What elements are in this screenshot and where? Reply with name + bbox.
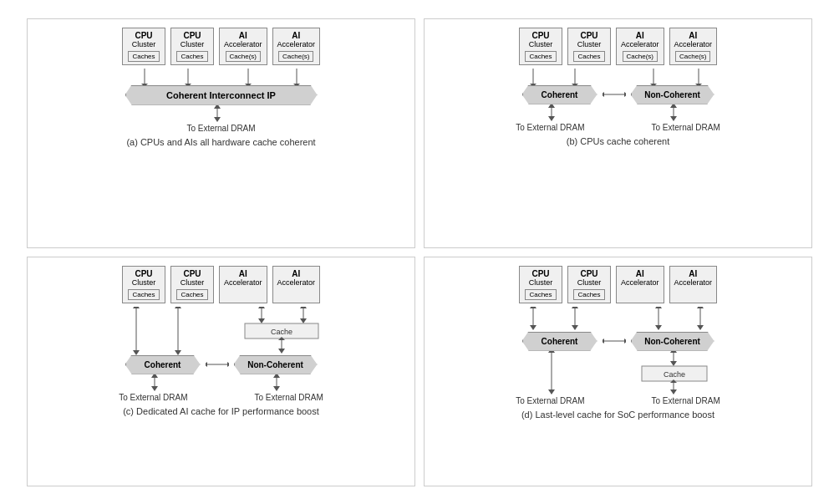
arrows-llc-d: Cache xyxy=(510,351,727,396)
horiz-arrow-d xyxy=(603,335,626,347)
coherent-banner-c: Coherent xyxy=(125,355,201,374)
dram-c-2: To External DRAM xyxy=(255,393,323,402)
cluster-ai1-d-subtitle: Accelerator xyxy=(621,278,659,287)
cluster-cpu1-d-cache: Caches xyxy=(525,289,556,300)
svg-marker-79 xyxy=(548,351,555,353)
clusters-row-c: CPU Cluster Caches CPU Cluster Caches AI… xyxy=(122,266,320,303)
cluster-cpu1-c: CPU Cluster Caches xyxy=(122,266,165,303)
cluster-ai2-a-subtitle: Accelerator xyxy=(277,40,316,48)
cluster-ai2-d: AI Accelerator xyxy=(669,266,718,303)
cluster-cpu2-c: CPU Cluster Caches xyxy=(170,266,214,303)
svg-text:Cache: Cache xyxy=(663,370,684,379)
cluster-ai1-b-cache: Cache(s) xyxy=(623,51,658,62)
cluster-cpu1-a: CPU Cluster Caches xyxy=(122,28,165,65)
banner-a: Coherent Interconnect IP xyxy=(125,85,318,105)
cluster-cpu2-a-title: CPU xyxy=(175,31,209,40)
caption-d: (d) Last-level cache for SoC performance… xyxy=(521,410,714,420)
svg-marker-34 xyxy=(670,116,677,121)
svg-marker-86 xyxy=(670,389,677,395)
coherent-banner-b: Coherent xyxy=(522,85,597,104)
svg-marker-47 xyxy=(300,307,307,308)
cluster-ai2-b-title: AI xyxy=(674,31,713,40)
svg-marker-35 xyxy=(670,104,677,108)
cluster-cpu1-c-title: CPU xyxy=(127,269,160,278)
cluster-ai2-b-cache: Cache(s) xyxy=(675,51,710,62)
svg-marker-75 xyxy=(603,339,604,344)
cluster-cpu2-d-title: CPU xyxy=(572,269,606,278)
cluster-cpu2-a: CPU Cluster Caches xyxy=(170,28,214,65)
svg-marker-61 xyxy=(273,374,280,378)
cluster-ai1-b: AI Accelerator Cache(s) xyxy=(616,28,664,65)
cluster-ai2-d-subtitle: Accelerator xyxy=(674,278,713,287)
cluster-cpu1-b: CPU Cluster Caches xyxy=(519,28,562,65)
noncoherent-banner-d: Non-Coherent xyxy=(631,332,714,351)
svg-marker-57 xyxy=(151,386,158,391)
cluster-ai2-b: AI Accelerator Cache(s) xyxy=(669,28,718,65)
svg-marker-38 xyxy=(133,307,140,308)
main-container: CPU Cluster Caches CPU Cluster Caches AI… xyxy=(18,10,821,495)
svg-marker-32 xyxy=(548,104,555,108)
arrows-d xyxy=(510,307,727,332)
dram-d-1: To External DRAM xyxy=(516,396,584,405)
dram-c-1: To External DRAM xyxy=(119,393,187,402)
svg-marker-43 xyxy=(258,318,265,323)
cluster-ai2-c-subtitle: Accelerator xyxy=(277,278,316,287)
cluster-cpu1-d-subtitle: Cluster xyxy=(524,278,557,287)
cluster-ai1-a-subtitle: Accelerator xyxy=(224,40,262,48)
svg-marker-41 xyxy=(175,307,181,308)
svg-marker-46 xyxy=(300,318,307,323)
svg-marker-78 xyxy=(548,389,555,395)
caption-a: (a) CPUs and AIs all hardware cache cohe… xyxy=(126,137,315,147)
cluster-ai1-c-subtitle: Accelerator xyxy=(224,278,262,287)
svg-marker-66 xyxy=(572,325,578,330)
banners-b: Coherent Non-Coherent xyxy=(522,85,714,104)
cluster-ai1-a-title: AI xyxy=(224,31,262,40)
cluster-cpu2-c-subtitle: Cluster xyxy=(175,278,209,287)
svg-marker-60 xyxy=(273,386,280,391)
svg-marker-28 xyxy=(603,92,604,97)
svg-marker-44 xyxy=(258,307,265,308)
diagram-a: CPU Cluster Caches CPU Cluster Caches AI… xyxy=(27,18,415,248)
svg-marker-54 xyxy=(206,362,207,367)
cluster-ai2-a-cache: Cache(s) xyxy=(278,51,313,62)
banner-a-wrapper: Coherent Interconnect IP xyxy=(125,85,318,105)
cluster-cpu2-d-subtitle: Cluster xyxy=(572,278,606,287)
clusters-row-b: CPU Cluster Caches CPU Cluster Caches AI… xyxy=(519,28,717,65)
svg-marker-29 xyxy=(624,92,626,97)
cluster-ai1-a-cache: Cache(s) xyxy=(226,51,261,62)
arrow-drams-c xyxy=(113,374,330,393)
svg-marker-55 xyxy=(227,362,229,367)
svg-marker-64 xyxy=(530,307,536,308)
arrow-drams-b xyxy=(510,104,727,123)
cluster-ai1-d: AI Accelerator xyxy=(616,266,664,303)
cluster-cpu1-b-cache: Caches xyxy=(525,51,556,62)
drams-b: To External DRAM To External DRAM xyxy=(516,123,720,132)
svg-marker-63 xyxy=(530,325,536,330)
svg-marker-14 xyxy=(214,105,221,109)
cluster-cpu1-c-cache: Caches xyxy=(128,289,159,300)
svg-marker-70 xyxy=(655,307,662,308)
cluster-cpu2-c-cache: Caches xyxy=(176,289,207,300)
clusters-row-d: CPU Cluster Caches CPU Cluster Caches AI… xyxy=(519,266,717,303)
cluster-ai2-c: AI Accelerator xyxy=(272,266,321,303)
cluster-ai2-a: AI Accelerator Cache(s) xyxy=(272,28,321,65)
cluster-cpu1-a-subtitle: Cluster xyxy=(127,40,160,48)
cluster-cpu2-a-subtitle: Cluster xyxy=(175,40,209,48)
cluster-cpu2-b-title: CPU xyxy=(572,31,606,40)
svg-marker-31 xyxy=(548,116,555,121)
cluster-cpu1-d-title: CPU xyxy=(524,269,557,278)
cluster-cpu2-d-cache: Caches xyxy=(573,289,604,300)
cluster-cpu1-b-subtitle: Cluster xyxy=(524,40,557,48)
cluster-cpu2-b-subtitle: Cluster xyxy=(572,40,606,48)
cluster-ai1-d-title: AI xyxy=(621,269,659,278)
banners-c: Coherent Non-Coherent xyxy=(125,355,318,374)
svg-marker-58 xyxy=(151,374,158,378)
svg-marker-82 xyxy=(670,351,677,353)
arrows-b xyxy=(510,69,727,85)
svg-marker-81 xyxy=(670,361,677,366)
arrows-a xyxy=(121,69,322,85)
arrows-c: Cache xyxy=(113,307,330,357)
svg-marker-69 xyxy=(655,325,662,330)
drams-c: To External DRAM To External DRAM xyxy=(119,393,323,402)
diagram-d: CPU Cluster Caches CPU Cluster Caches AI… xyxy=(424,257,812,486)
